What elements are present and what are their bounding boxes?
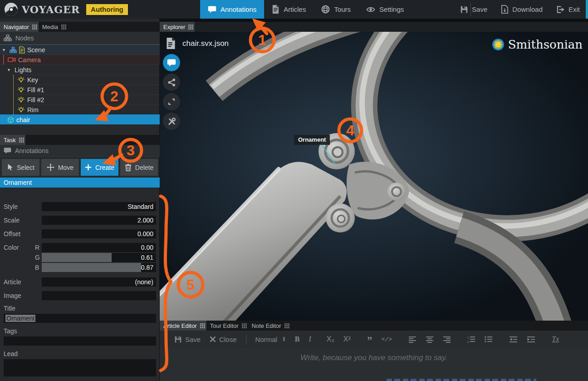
- pointer-icon: [7, 163, 13, 171]
- tab-tours[interactable]: Tours: [314, 0, 358, 19]
- blockquote-button[interactable]: ”: [367, 339, 372, 343]
- smithsonian-sun-icon: [492, 38, 505, 51]
- tab-tour-editor[interactable]: Tour Editor: [206, 321, 248, 331]
- superscript-button[interactable]: X²: [343, 335, 351, 343]
- indent-button[interactable]: [527, 336, 535, 343]
- tree-item-camera[interactable]: Camera: [3, 54, 160, 64]
- article-select[interactable]: (none): [42, 277, 156, 287]
- caret-down-icon[interactable]: ▾: [8, 67, 12, 72]
- align-left-button[interactable]: [408, 336, 416, 343]
- annotation-list-item-ornament[interactable]: Ornament: [0, 178, 160, 188]
- tree-item-fill-1[interactable]: Fill #1: [13, 84, 160, 94]
- title-input[interactable]: Ornament: [4, 314, 156, 323]
- editor-close-button[interactable]: Close: [210, 336, 236, 343]
- lead-textarea[interactable]: [4, 359, 156, 376]
- editor-content-area[interactable]: Write, because you have something to say…: [160, 348, 588, 381]
- color-b-slider[interactable]: 0.87: [42, 263, 156, 272]
- color-g-slider[interactable]: 0.61: [42, 253, 156, 262]
- smithsonian-logo: Smithsonian: [492, 38, 583, 51]
- clear-format-button[interactable]: Tx: [552, 335, 559, 343]
- style-value: Standard: [127, 203, 153, 210]
- exit-button[interactable]: Exit: [556, 5, 580, 14]
- tab-explorer[interactable]: Explorer: [160, 22, 195, 32]
- outdent-button[interactable]: [509, 336, 518, 343]
- tab-label: Annotations: [220, 5, 256, 13]
- save-button[interactable]: Save: [460, 5, 487, 14]
- task-panel: Task Annotations Select Move Create Dele…: [0, 135, 160, 188]
- drag-grid-icon[interactable]: [242, 323, 243, 325]
- tree-item-lights[interactable]: ▾ Lights: [0, 64, 160, 74]
- drag-grid-icon[interactable]: [32, 25, 34, 26]
- paragraph-style-select[interactable]: Normal ▲▼: [255, 336, 286, 343]
- save-icon: [460, 5, 468, 14]
- align-center-button[interactable]: [426, 336, 434, 343]
- scale-input[interactable]: 2.000: [42, 216, 156, 225]
- tab-article-editor[interactable]: Article Editor: [160, 321, 206, 331]
- color-r-slider[interactable]: 0.00: [42, 243, 156, 252]
- bullet-list-button[interactable]: [485, 336, 493, 343]
- tree-item-chair[interactable]: chair: [0, 114, 160, 124]
- svg-text:2.: 2.: [467, 341, 470, 343]
- drag-grid-icon[interactable]: [188, 25, 190, 26]
- drag-grid-icon[interactable]: [19, 138, 20, 139]
- tags-input[interactable]: [4, 336, 156, 346]
- close-icon: [210, 336, 216, 342]
- voyager-logo-icon: [5, 3, 18, 16]
- annotations-toggle-button[interactable]: [163, 54, 180, 71]
- tools-button[interactable]: [163, 113, 180, 130]
- tab-media[interactable]: Media: [39, 22, 68, 32]
- button-label: Select: [17, 164, 34, 171]
- nodes-header-label: Nodes: [15, 35, 34, 42]
- bullet-list-icon: [485, 336, 493, 343]
- image-input[interactable]: [42, 291, 156, 300]
- tree-item-key[interactable]: Key: [13, 74, 160, 84]
- caret-down-icon[interactable]: ▾: [3, 47, 7, 52]
- create-button[interactable]: Create: [81, 159, 118, 176]
- drag-grid-icon[interactable]: [61, 25, 63, 26]
- offset-input[interactable]: 0.000: [42, 229, 156, 238]
- drag-grid-icon[interactable]: [284, 323, 286, 325]
- bold-button[interactable]: B: [295, 335, 300, 343]
- tab-settings[interactable]: Settings: [358, 0, 412, 19]
- tree-item-label: Fill #1: [27, 86, 44, 94]
- ordered-list-button[interactable]: 1.2.: [467, 336, 475, 343]
- style-select[interactable]: Standard: [42, 202, 156, 211]
- slider-fill: [42, 263, 141, 272]
- tree-item-label: Scene: [27, 46, 45, 54]
- offset-row: Offset 0.000: [4, 229, 156, 238]
- channel-b-label: B: [35, 264, 42, 271]
- fullscreen-button[interactable]: [163, 93, 180, 110]
- title-value-selected: Ornament: [5, 315, 35, 322]
- button-label: Move: [58, 164, 74, 171]
- offset-label: Offset: [4, 230, 42, 238]
- subscript-button[interactable]: X₂: [327, 335, 334, 343]
- tree-item-scene[interactable]: ▾ Scene: [0, 45, 160, 54]
- download-icon: [501, 5, 509, 14]
- drag-grid-icon[interactable]: [200, 323, 201, 325]
- color-row-b: B 0.87: [4, 263, 156, 272]
- tab-label: Articles: [284, 5, 306, 13]
- tree-item-label: Fill #2: [27, 96, 44, 104]
- tab-articles[interactable]: Articles: [264, 0, 314, 19]
- exit-icon: [556, 5, 565, 14]
- select-button[interactable]: Select: [2, 159, 39, 176]
- tree-item-fill-2[interactable]: Fill #2: [13, 94, 160, 104]
- scene-hierarchy-icon: [10, 47, 17, 53]
- tab-task[interactable]: Task: [0, 135, 25, 145]
- tab-annotations[interactable]: Annotations: [200, 0, 264, 19]
- annotation-marker-ornament[interactable]: Ornament: [294, 135, 330, 145]
- tab-navigator[interactable]: Navigator: [0, 22, 39, 32]
- italic-button[interactable]: I: [309, 335, 311, 343]
- tab-note-editor[interactable]: Note Editor: [248, 321, 291, 331]
- editor-save-button[interactable]: Save: [174, 336, 201, 343]
- align-right-button[interactable]: [443, 336, 451, 343]
- move-button[interactable]: Move: [41, 159, 79, 176]
- download-button[interactable]: Download: [501, 5, 543, 14]
- share-button[interactable]: [163, 74, 180, 91]
- tree-item-label: Camera: [18, 56, 41, 64]
- delete-button[interactable]: Delete: [120, 159, 158, 176]
- tree-item-rim[interactable]: Rim: [13, 104, 160, 114]
- code-button[interactable]: </>: [382, 336, 392, 343]
- action-label: Download: [512, 5, 543, 13]
- 3d-viewport[interactable]: chair.svx.json Smithsonian Ornament: [160, 32, 588, 321]
